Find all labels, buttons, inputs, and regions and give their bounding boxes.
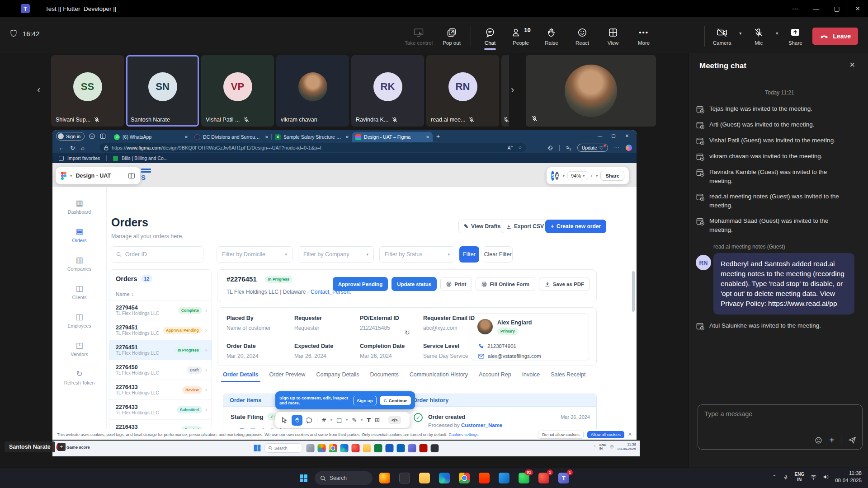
taskbar-app-icon[interactable] bbox=[377, 470, 392, 486]
chevron-down-icon[interactable]: ▾ bbox=[70, 174, 72, 178]
back-icon[interactable]: ← bbox=[58, 145, 64, 151]
detail-tab[interactable]: Invoice bbox=[522, 371, 540, 382]
clear-filter-button[interactable]: Clear Filter bbox=[483, 246, 513, 263]
signup-button[interactable]: Sign up bbox=[353, 396, 377, 405]
refresh-icon[interactable]: ↻ bbox=[70, 145, 75, 151]
order-row[interactable]: 2279451 TL Flex Holdings LLC Approval Pe… bbox=[109, 320, 212, 340]
copilot-icon[interactable] bbox=[626, 145, 632, 151]
chat-messages[interactable]: Today 11:21 Tejas Ingle was invited to t… bbox=[696, 85, 863, 395]
detail-tab[interactable]: Account Rep bbox=[479, 371, 511, 382]
order-id-search-input[interactable]: Order ID bbox=[111, 246, 203, 263]
emoji-icon[interactable] bbox=[814, 436, 823, 445]
chevron-down-icon[interactable]: ▾ bbox=[361, 418, 363, 422]
send-icon[interactable] bbox=[848, 436, 857, 445]
window-close-icon[interactable]: ✕ bbox=[847, 5, 868, 12]
bookmark-bills[interactable]: Bills | Billing and Co... bbox=[122, 155, 167, 161]
chevron-down-icon[interactable]: ▾ bbox=[346, 418, 348, 422]
move-tool-icon[interactable] bbox=[281, 417, 288, 423]
raise-hand-button[interactable]: Raise bbox=[540, 27, 563, 46]
language-indicator[interactable]: ENG IN bbox=[795, 472, 805, 483]
participant-tile[interactable]: RK Ravindra K... bbox=[351, 55, 424, 127]
sidebar-item[interactable]: ◳ Vendors bbox=[52, 335, 106, 363]
browser-tab[interactable]: Sample Salary Structure with calc ✕ bbox=[272, 132, 352, 142]
sidebar-item[interactable]: ◫ Clients bbox=[52, 278, 106, 306]
browser-signin-button[interactable]: Sign in bbox=[56, 132, 85, 141]
taskbar-search-box[interactable]: Search bbox=[315, 471, 373, 485]
approval-pending-button[interactable]: Approval Pending bbox=[333, 277, 388, 291]
volume-icon[interactable] bbox=[823, 474, 829, 480]
shape-tool-icon[interactable]: □ bbox=[336, 417, 342, 423]
zoom-level-select[interactable]: 94%▾ bbox=[567, 171, 589, 180]
taskbar-app-icon[interactable]: 1 bbox=[556, 470, 571, 486]
leave-button[interactable]: Leave bbox=[812, 28, 858, 45]
shared-search-box[interactable]: Search bbox=[264, 443, 303, 453]
chevron-down-icon[interactable]: ▾ bbox=[562, 174, 565, 178]
browser-tab[interactable]: Design - UAT – Figma ✕ bbox=[352, 132, 433, 142]
chevron-down-icon[interactable]: ▾ bbox=[596, 174, 598, 178]
sidebar-item[interactable]: ▥ Companies bbox=[52, 249, 106, 278]
sidebar-item[interactable]: ▤ Orders bbox=[52, 221, 106, 249]
mic-options-chevron-icon[interactable]: ▾ bbox=[776, 31, 778, 36]
deny-cookies-button[interactable]: Do not allow cookies bbox=[538, 431, 584, 439]
filter-button[interactable]: Filter bbox=[459, 246, 479, 263]
taskbar-app-icon[interactable] bbox=[457, 470, 472, 486]
google-continue-button[interactable]: GContinue bbox=[380, 396, 411, 405]
participant-tile[interactable]: RN read.ai mee... bbox=[426, 55, 499, 127]
wifi-icon[interactable] bbox=[609, 445, 614, 449]
camera-options-chevron-icon[interactable]: ▾ bbox=[739, 31, 741, 36]
browser-update-button[interactable]: Update ♡ bbox=[577, 144, 608, 152]
sort-arrow-icon[interactable]: ↓ bbox=[132, 291, 134, 297]
browser-menu-icon[interactable]: ⋯ bbox=[614, 145, 620, 151]
taskbar-app-icon[interactable] bbox=[437, 470, 452, 486]
start-icon[interactable] bbox=[254, 445, 261, 452]
taskbar-app-icon[interactable] bbox=[396, 444, 405, 452]
wifi-icon[interactable] bbox=[810, 474, 817, 480]
taskbar-app-icon[interactable]: 1 bbox=[536, 470, 552, 486]
sidebar-item[interactable]: ▦ Dashboard bbox=[52, 192, 106, 221]
detail-tab[interactable]: Order Details bbox=[223, 371, 259, 382]
participant-tile-partial[interactable] bbox=[501, 55, 509, 127]
tray-chevron-icon[interactable]: ⌃ bbox=[593, 445, 596, 449]
window-maximize-icon[interactable]: ▢ bbox=[826, 5, 847, 12]
participant-tile[interactable]: VP Vishal Patil ... bbox=[201, 55, 274, 127]
take-control-button[interactable]: Take control bbox=[405, 27, 433, 46]
contact-phone-row[interactable]: 2123874901 bbox=[478, 343, 516, 349]
shared-clock[interactable]: 11:38 08-04-2025 bbox=[618, 442, 636, 451]
hand-tool-icon[interactable] bbox=[292, 415, 302, 426]
more-button[interactable]: ••• More bbox=[632, 27, 656, 46]
chevron-down-icon[interactable]: ▾ bbox=[330, 418, 332, 422]
create-new-order-button[interactable]: + Create new order bbox=[545, 220, 606, 233]
tab-close-icon[interactable]: ✕ bbox=[426, 135, 429, 140]
frame-tool-icon[interactable]: # bbox=[321, 417, 326, 423]
figma-share-button[interactable]: Share bbox=[600, 171, 624, 181]
taskbar-app-icon[interactable] bbox=[417, 470, 432, 486]
read-aloud-icon[interactable]: A» bbox=[508, 144, 513, 150]
taskbar-app-icon[interactable] bbox=[374, 444, 382, 452]
taskbar-app-icon[interactable] bbox=[408, 444, 416, 452]
taskbar-app-icon[interactable] bbox=[351, 444, 359, 452]
scroll-left-chevron-icon[interactable]: ‹ bbox=[37, 85, 40, 95]
attach-plus-icon[interactable]: + bbox=[829, 436, 835, 445]
tab-close-icon[interactable]: ✕ bbox=[345, 135, 349, 140]
taskbar-app-icon[interactable] bbox=[317, 444, 326, 452]
page-scrollbar[interactable] bbox=[632, 271, 635, 312]
order-row[interactable]: 2276450 TL Flex Holdings LLC Draft › bbox=[109, 360, 212, 380]
layout-icon[interactable] bbox=[128, 173, 135, 178]
view-drafts-button[interactable]: ✎ View Drafts bbox=[458, 220, 506, 233]
taskbar-app-icon[interactable] bbox=[496, 470, 512, 486]
cookie-settings-link[interactable]: Cookies settings bbox=[448, 432, 478, 437]
detail-tab[interactable]: Sales Receipt bbox=[551, 371, 585, 382]
print-button[interactable]: Print bbox=[440, 277, 472, 291]
tab-close-icon[interactable]: ✕ bbox=[265, 135, 269, 140]
taskbar-app-icon[interactable] bbox=[385, 444, 393, 452]
language-indicator[interactable]: ENG IN bbox=[599, 443, 606, 450]
filter-status-select[interactable]: Filter by Status▾ bbox=[379, 246, 455, 263]
share-button[interactable]: Share bbox=[783, 27, 807, 46]
browser-maximize-icon[interactable]: ▢ bbox=[607, 133, 620, 138]
taskbar-app-icon[interactable] bbox=[476, 470, 492, 486]
order-row[interactable]: 2276433 TL Flex Holdings LLC Review › bbox=[109, 380, 212, 400]
fill-online-form-button[interactable]: Fill Online Form bbox=[476, 277, 535, 291]
taskbar-clock[interactable]: 11:38 08-04-2025 bbox=[835, 470, 862, 484]
resources-tool-icon[interactable]: ⊞ bbox=[375, 417, 380, 423]
allow-cookies-button[interactable]: Allow all cookies bbox=[587, 431, 624, 438]
